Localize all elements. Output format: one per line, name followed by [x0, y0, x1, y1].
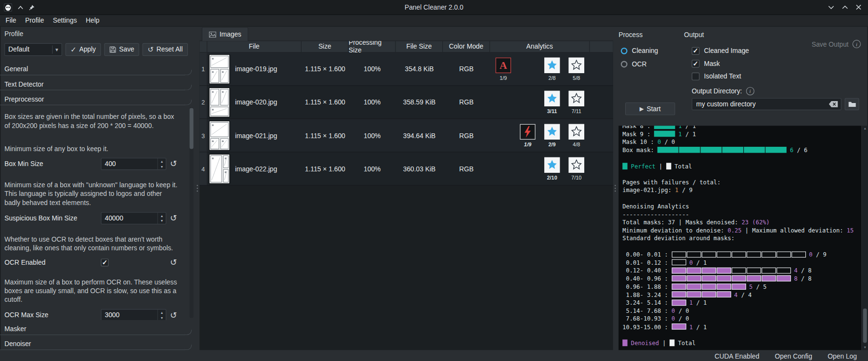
profile-select[interactable]: Default ▾ [4, 43, 62, 55]
spin-up-button[interactable]: ▴ [158, 213, 166, 218]
minimize-button[interactable] [828, 5, 834, 9]
checkbox-icon[interactable] [692, 73, 699, 80]
scrollbar-handle[interactable] [863, 309, 867, 343]
output-option-mask[interactable]: ✓Mask [692, 60, 868, 67]
spinbox-value: 400 [102, 160, 158, 168]
section-preprocessor[interactable]: Preprocessor [0, 90, 195, 105]
info-icon[interactable]: i [746, 87, 754, 95]
info-icon[interactable]: i [853, 40, 861, 48]
header-file[interactable]: File [207, 41, 302, 52]
start-button[interactable]: ▶ Start [625, 103, 675, 115]
radio-icon[interactable] [621, 61, 628, 68]
terminal-line: Pages with failures / total: [622, 178, 861, 186]
maximize-button[interactable] [842, 5, 848, 9]
thumbnail-image [210, 88, 229, 116]
save-output-label: Save Output i [812, 40, 861, 48]
terminal-line: 1.88- 3.24 : 4 / 4 [622, 291, 861, 299]
output-option-isolated-text[interactable]: Isolated Text [692, 73, 868, 80]
header-corner [199, 41, 207, 52]
analytics-slot: 4/8 [564, 124, 589, 147]
section-denoiser[interactable]: Denoiser [0, 335, 195, 350]
terminal-line: 0.12- 0.40 : 4 / 8 [622, 266, 861, 274]
section-masker[interactable]: Masker [0, 320, 195, 335]
setting-row: OCR Enabled✓↺ [4, 258, 180, 268]
menu-profile[interactable]: Profile [21, 17, 49, 25]
menu-settings[interactable]: Settings [49, 17, 81, 25]
section-general[interactable]: General [0, 60, 195, 75]
radio-icon[interactable] [621, 48, 628, 54]
images-panel: Images File Size Processing Size File Si… [199, 26, 613, 350]
spin-up-button[interactable]: ▴ [158, 159, 166, 164]
splitter-handle[interactable] [195, 26, 199, 350]
close-button[interactable] [856, 4, 862, 10]
spin-down-button[interactable]: ▾ [158, 164, 166, 169]
spinbox-value: 3000 [102, 311, 158, 319]
table-row[interactable]: 2image-020.jpg1.115 × 1.600100%358.59 Ki… [199, 86, 613, 119]
checkbox-label: Cleaned Image [704, 47, 749, 55]
apply-button[interactable]: ✓ Apply [66, 43, 101, 55]
save-button[interactable]: Save [104, 43, 139, 55]
tab-images[interactable]: Images [202, 27, 249, 41]
menu-bar: File Profile Settings Help [0, 15, 868, 26]
cell-color-mode: RGB [443, 152, 490, 185]
analytics-slot: 7/11 [564, 90, 589, 114]
process-option-cleaning[interactable]: Cleaning [621, 47, 683, 55]
title-bar[interactable]: Panel Cleaner 2.0.0 [0, 0, 868, 15]
header-color-mode[interactable]: Color Mode [443, 41, 490, 52]
analytics-icon-total [569, 157, 584, 172]
section-text-detector[interactable]: Text Detector [0, 75, 195, 90]
log-output: Mask 8 : 1 / 1Mask 9 : 1 / 1Mask 10 : 0 … [618, 126, 861, 350]
reset-field-button[interactable]: ↺ [168, 258, 180, 268]
terminal-scrollbar[interactable]: ▴ ▾ [862, 126, 868, 350]
reset-all-button[interactable]: ↺ Reset All [143, 43, 188, 55]
terminal-line: Total masks: 37 | Masks denoised: 23 (62… [622, 218, 861, 226]
output-option-cleaned-image[interactable]: ✓Cleaned Image [692, 47, 868, 55]
clear-input-icon[interactable] [829, 101, 838, 107]
profile-scrollbar[interactable] [190, 107, 194, 318]
header-processing-size[interactable]: Processing Size [349, 41, 396, 52]
open-log-button[interactable]: Open Log [828, 352, 857, 360]
checkbox-icon[interactable]: ✓ [692, 47, 699, 55]
spin-down-button[interactable]: ▾ [158, 315, 166, 320]
table-body: 1image-019.jpg1.115 × 1.600100%354.8 KiB… [199, 52, 613, 185]
terminal-line: ------------------- [622, 210, 861, 219]
checkbox-ocr-enabled[interactable]: ✓ [101, 258, 108, 266]
terminal-line: Perfect | Total [622, 162, 861, 170]
spinbox-box-min-size[interactable]: 400▴▾ [101, 158, 166, 170]
output-directory-input[interactable]: my custom directory [692, 98, 842, 110]
checkbox-icon[interactable]: ✓ [692, 60, 699, 67]
table-row[interactable]: 1image-019.jpg1.115 × 1.600100%354.8 KiB… [199, 52, 613, 86]
reset-field-button[interactable]: ↺ [168, 159, 180, 169]
table-row[interactable]: 3image-021.jpg1.115 × 1.600100%394.64 Ki… [199, 119, 613, 152]
splitter-handle[interactable] [613, 26, 618, 350]
terminal-line: Mask 8 : 1 / 1 [622, 126, 861, 130]
radio-label: Cleaning [632, 47, 658, 55]
reset-field-button[interactable]: ↺ [168, 310, 180, 321]
output-title: Output [684, 26, 868, 39]
process-option-ocr[interactable]: OCR [621, 60, 683, 68]
analytics-slot: A1/9 [491, 57, 516, 80]
scroll-up-icon[interactable]: ▴ [862, 126, 868, 130]
browse-directory-button[interactable] [845, 98, 859, 110]
menu-help[interactable]: Help [81, 17, 104, 25]
header-analytics[interactable]: Analytics [490, 41, 590, 52]
table-row[interactable]: 4image-022.jpg1.115 × 1.600100%360.03 Ki… [199, 152, 613, 185]
keep-above-icon[interactable] [18, 5, 24, 9]
spinbox-suspicious-box-min-size[interactable]: 40000▴▾ [101, 212, 166, 224]
spin-down-button[interactable]: ▾ [158, 218, 166, 223]
header-file-size[interactable]: File Size [396, 41, 443, 52]
spin-up-button[interactable]: ▴ [158, 310, 166, 315]
pin-icon[interactable] [29, 4, 35, 11]
menu-file[interactable]: File [1, 17, 21, 25]
reset-field-button[interactable]: ↺ [168, 213, 180, 223]
spinbox-ocr-max-size[interactable]: 3000▴▾ [101, 309, 166, 320]
scrollbar-handle[interactable] [190, 108, 194, 149]
cell-processing-size: 100% [349, 52, 396, 85]
scroll-down-icon[interactable]: ▾ [862, 345, 868, 349]
cell-file: image-020.jpg [207, 86, 302, 118]
analytics-slot: 3/11 [540, 90, 565, 114]
app-icon [4, 3, 12, 11]
output-group: Output ✓Cleaned Image✓MaskIsolated Text … [684, 26, 868, 126]
open-config-button[interactable]: Open Config [775, 352, 813, 360]
header-size[interactable]: Size [302, 41, 349, 52]
